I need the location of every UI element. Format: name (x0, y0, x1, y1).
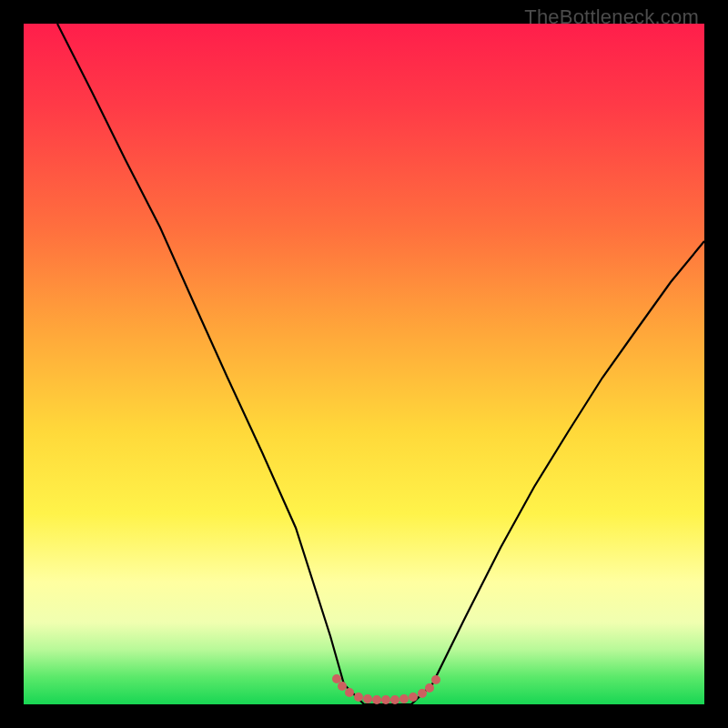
svg-point-11 (425, 683, 434, 693)
watermark-text: TheBottleneck.com (524, 5, 699, 29)
svg-point-0 (332, 674, 341, 683)
svg-point-4 (363, 694, 372, 703)
chart-frame: TheBottleneck.com (0, 0, 728, 728)
optimal-band-dots (332, 674, 440, 704)
chart-plot-area (24, 24, 704, 704)
svg-point-5 (372, 695, 381, 704)
svg-point-8 (399, 694, 409, 703)
bottleneck-curve (24, 24, 704, 704)
svg-point-2 (345, 688, 354, 697)
curve-path (57, 24, 704, 704)
svg-point-7 (390, 695, 399, 704)
svg-point-9 (409, 693, 418, 702)
svg-point-1 (338, 682, 347, 691)
svg-point-6 (381, 695, 390, 704)
svg-point-3 (354, 693, 363, 702)
svg-point-12 (431, 675, 440, 684)
svg-point-10 (418, 689, 427, 698)
